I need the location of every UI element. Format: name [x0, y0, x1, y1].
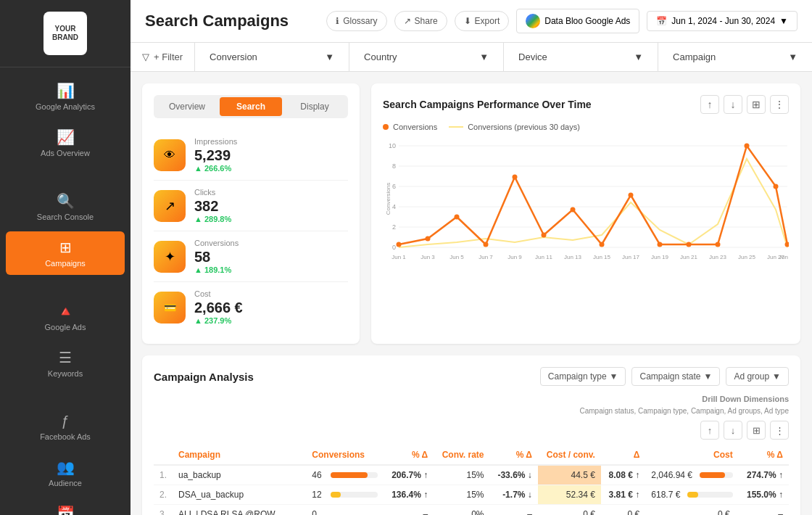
filter-bar: ▽ + Filter Conversion ▼ Country ▼ Device… — [130, 43, 812, 72]
svg-point-24 — [745, 144, 750, 149]
cost-icon: 💳 — [154, 292, 186, 324]
country-filter[interactable]: Country ▼ — [349, 43, 504, 71]
table-up-button[interactable]: ↑ — [700, 421, 719, 440]
sidebar-item-time[interactable]: 📅 Time — [0, 496, 130, 515]
sidebar-item-ads-overview[interactable]: 📈 Ads Overview — [0, 120, 130, 166]
keywords-icon: ☰ — [59, 349, 72, 366]
chevron-down-icon: ▼ — [779, 16, 788, 26]
row-num: 1. — [154, 465, 173, 485]
chart-actions: ↑ ↓ ⊞ ⋮ — [700, 95, 789, 114]
svg-text:Jun 15: Jun 15 — [593, 254, 611, 260]
clicks-icon: ↗ — [154, 190, 186, 222]
campaign-type-label: Campaign type — [548, 371, 607, 382]
svg-point-15 — [484, 242, 489, 247]
analysis-header: Campaign Analysis Campaign type ▼ Campai… — [154, 367, 789, 386]
svg-text:Jun 13: Jun 13 — [564, 254, 582, 260]
row-cost: 0 € — [645, 505, 738, 516]
col-conv-rate[interactable]: Conv. rate — [434, 445, 489, 465]
campaign-type-filter[interactable]: Campaign type ▼ — [540, 367, 626, 386]
search-console-icon: 🔍 — [57, 192, 75, 210]
analysis-filters: Campaign type ▼ Campaign state ▼ Ad grou… — [540, 367, 789, 386]
sidebar-item-label: Facebook Ads — [40, 432, 91, 441]
google-ads-logo — [526, 14, 540, 28]
chart-expand-button[interactable]: ⊞ — [747, 95, 766, 114]
chart-header: Search Campaigns Performance Over Time ↑… — [383, 95, 789, 114]
table-expand-button[interactable]: ⊞ — [747, 421, 766, 440]
row-num: 3. — [154, 505, 173, 516]
sidebar-item-google-analytics[interactable]: 📊 Google Analytics — [0, 73, 130, 120]
row-cost-conv: 52.34 € — [538, 485, 601, 505]
table-down-button[interactable]: ↓ — [724, 421, 742, 440]
drill-down-label: Drill Down Dimensions — [702, 395, 789, 403]
chart-container: 10 8 6 4 2 0 — [383, 137, 789, 282]
export-button[interactable]: ⬇ Export — [455, 11, 510, 31]
sidebar-item-label: Audience — [49, 479, 82, 487]
row-num: 2. — [154, 485, 173, 505]
svg-text:Jun 25: Jun 25 — [738, 254, 756, 260]
sidebar-item-campaigns[interactable]: ⊞ Campaigns — [6, 231, 125, 275]
calendar-icon: 📅 — [656, 16, 667, 26]
filter-label: + Filter — [154, 52, 183, 62]
table-more-button[interactable]: ⋮ — [770, 421, 789, 440]
legend-dot — [383, 124, 389, 130]
sidebar-item-facebook-ads[interactable]: ƒ Facebook Ads — [0, 404, 130, 450]
logo-area: YOURBRAND — [0, 0, 130, 67]
metric-change: ▲ 289.8% — [194, 215, 348, 223]
ad-group-filter[interactable]: Ad group ▼ — [726, 367, 789, 386]
sidebar-item-search-console[interactable]: 🔍 Search Console — [0, 184, 130, 230]
svg-text:Jun 9: Jun 9 — [508, 254, 522, 260]
chart-more-button[interactable]: ⋮ — [770, 95, 789, 114]
tab-overview[interactable]: Overview — [156, 97, 218, 116]
metric-label: Conversions — [194, 239, 348, 247]
svg-text:Jun 19: Jun 19 — [651, 254, 669, 260]
glossary-label: Glossary — [343, 16, 377, 26]
metric-label: Impressions — [194, 137, 348, 146]
chevron-down-icon: ▼ — [610, 371, 618, 382]
row-delta: 8.08 € ↑ — [601, 465, 645, 485]
chevron-down-icon: ▼ — [479, 52, 489, 62]
export-icon: ⬇ — [464, 16, 471, 26]
legend-label: Conversions — [393, 123, 437, 131]
row-conv-rate: 15% — [434, 485, 489, 505]
chart-down-button[interactable]: ↓ — [724, 95, 742, 114]
conversion-filter[interactable]: Conversion ▼ — [195, 43, 349, 71]
header-actions: ℹ Glossary ↗ Share ⬇ Export Data Bloo Go… — [326, 9, 798, 33]
sidebar-item-label: Google Analytics — [36, 102, 95, 111]
col-conversions[interactable]: Conversions — [306, 445, 384, 465]
sidebar-item-audience[interactable]: 👥 Audience — [0, 450, 130, 496]
row-conv-rate: 15% — [434, 465, 489, 485]
chevron-down-icon: ▼ — [634, 52, 643, 62]
row-cost-conv: 0 € — [538, 505, 601, 516]
sidebar-nav-middle: 🔍 Search Console ⊞ Campaigns — [0, 178, 130, 282]
svg-text:Conversions: Conversions — [385, 183, 392, 215]
device-label: Device — [518, 52, 547, 62]
metric-value: 2,666 € — [194, 300, 348, 316]
svg-text:6: 6 — [392, 183, 396, 190]
col-cost-conv[interactable]: Cost / conv. — [538, 445, 601, 465]
row-conv-rate-delta: -33.6% ↓ — [489, 465, 537, 485]
glossary-button[interactable]: ℹ Glossary — [326, 11, 386, 31]
row-conversions: 12 — [306, 485, 384, 505]
chart-up-button[interactable]: ↑ — [700, 95, 719, 114]
col-campaign[interactable]: Campaign — [173, 445, 306, 465]
share-button[interactable]: ↗ Share — [394, 11, 447, 31]
tab-display[interactable]: Display — [283, 97, 346, 116]
svg-text:4: 4 — [392, 203, 396, 210]
main-content: Search Campaigns ℹ Glossary ↗ Share ⬇ Ex… — [130, 0, 812, 515]
svg-point-17 — [542, 233, 547, 238]
row-pct-delta: 136.4% ↑ — [384, 485, 434, 505]
device-filter[interactable]: Device ▼ — [504, 43, 658, 71]
sidebar-item-keywords[interactable]: ☰ Keywords — [0, 340, 130, 387]
campaign-state-filter[interactable]: Campaign state ▼ — [631, 367, 720, 386]
row-cost-pct: 274.7% ↑ — [739, 465, 789, 485]
impressions-icon: 👁 — [154, 139, 186, 171]
col-cost[interactable]: Cost — [645, 445, 738, 465]
campaign-filter[interactable]: Campaign ▼ — [658, 43, 812, 71]
share-icon: ↗ — [404, 16, 411, 26]
svg-text:10: 10 — [389, 142, 396, 149]
sidebar-item-google-ads[interactable]: 🔺 Google Ads — [0, 294, 130, 340]
date-range-picker[interactable]: 📅 Jun 1, 2024 - Jun 30, 2024 ▼ — [647, 11, 798, 31]
filter-button[interactable]: ▽ + Filter — [130, 43, 195, 71]
data-source-label: Data Bloo Google Ads — [544, 16, 630, 26]
tab-search[interactable]: Search — [220, 97, 282, 116]
